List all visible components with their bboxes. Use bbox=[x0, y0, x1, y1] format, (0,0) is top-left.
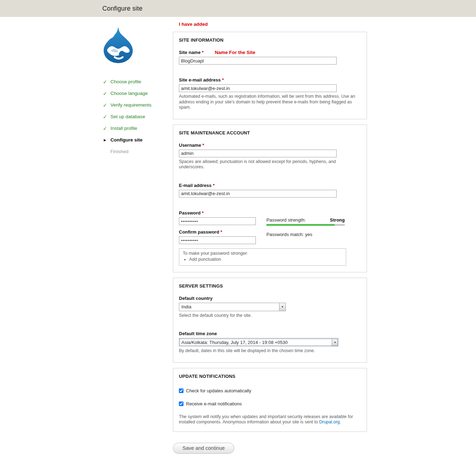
step-label: Install profile bbox=[110, 126, 137, 131]
check-icon: ✓ bbox=[102, 126, 108, 131]
password-strength-label: Password strength: bbox=[266, 217, 306, 223]
username-label: Username * bbox=[179, 143, 361, 148]
password-input[interactable] bbox=[179, 217, 256, 225]
confirm-password-label: Confirm password * bbox=[179, 229, 266, 235]
step-label: Finished bbox=[110, 149, 128, 154]
dropdown-arrow-icon[interactable]: ▼ bbox=[279, 303, 285, 311]
check-updates-checkbox[interactable] bbox=[179, 388, 183, 393]
update-notifications-heading: UPDATE NOTIFICATIONS bbox=[179, 374, 361, 379]
check-icon: ✓ bbox=[102, 102, 108, 108]
receive-email-label[interactable]: Receive e-mail notifications bbox=[186, 401, 242, 406]
admin-email-label: E-mail address * bbox=[179, 183, 361, 188]
required-marker: * bbox=[202, 50, 204, 55]
install-steps-list: ✓ Choose profile ✓ Choose language ✓ Ver… bbox=[102, 76, 173, 157]
step-label: Set up database bbox=[110, 114, 145, 119]
default-timezone-item: Default time zone Asia/Kolkata: Thursday… bbox=[179, 331, 361, 354]
site-information-heading: SITE INFORMATION bbox=[179, 37, 361, 43]
username-input[interactable] bbox=[179, 150, 337, 157]
default-timezone-select[interactable]: Asia/Kolkata: Thursday, July 17, 2014 - … bbox=[179, 338, 338, 346]
page-header: Configure site bbox=[0, 0, 476, 17]
default-country-select[interactable]: India ▼ bbox=[179, 303, 286, 311]
default-timezone-label: Default time zone bbox=[179, 331, 361, 336]
drupal-logo-icon bbox=[103, 26, 133, 63]
update-notifications-description: The system will notify you when updates … bbox=[179, 414, 361, 425]
default-timezone-description: By default, dates in this site will be d… bbox=[179, 348, 361, 354]
check-icon: ✓ bbox=[102, 91, 108, 96]
required-marker: * bbox=[203, 143, 204, 148]
step-set-up-database: ✓ Set up database bbox=[102, 111, 173, 122]
step-verify-requirements: ✓ Verify requirements bbox=[102, 99, 173, 111]
username-item: Username * Spaces are allowed; punctuati… bbox=[179, 143, 361, 170]
drupal-org-link[interactable]: Drupal.org bbox=[319, 419, 339, 424]
step-finished: Finished bbox=[102, 146, 173, 157]
password-strength-indicator: Password strength: Strong bbox=[266, 210, 345, 226]
configure-site-form: I have added SITE INFORMATION Site name … bbox=[173, 17, 367, 454]
site-maintenance-account-heading: SITE MAINTENANCE ACCOUNT bbox=[179, 130, 361, 135]
password-strength-bar-fill bbox=[266, 224, 335, 226]
site-email-input[interactable] bbox=[179, 84, 337, 92]
default-country-label: Default country bbox=[179, 296, 361, 301]
step-choose-language: ✓ Choose language bbox=[102, 87, 173, 99]
required-marker: * bbox=[222, 77, 224, 83]
password-suggestion-item: Add punctuation bbox=[189, 257, 342, 262]
admin-email-input[interactable] bbox=[179, 190, 337, 198]
step-configure-site: ▶ Configure site bbox=[102, 134, 173, 146]
update-notifications-fieldset: UPDATE NOTIFICATIONS Check for updates a… bbox=[173, 368, 367, 432]
current-step-arrow-icon: ▶ bbox=[102, 138, 108, 142]
installer-sidebar: ✓ Choose profile ✓ Choose language ✓ Ver… bbox=[102, 17, 173, 454]
check-updates-label[interactable]: Check for updates automatically bbox=[186, 388, 251, 393]
check-icon: ✓ bbox=[102, 114, 108, 120]
dropdown-arrow-icon[interactable]: ▼ bbox=[332, 338, 338, 346]
step-label: Choose profile bbox=[110, 79, 141, 84]
annotation-top-note: I have added bbox=[179, 22, 367, 27]
required-marker: * bbox=[202, 210, 204, 216]
username-description: Spaces are allowed; punctuation is not a… bbox=[179, 159, 361, 170]
server-settings-heading: SERVER SETTINGS bbox=[179, 283, 361, 289]
confirm-password-item: Confirm password * Passwords match: yes bbox=[179, 229, 361, 244]
site-name-item: Site name * Name For the Site bbox=[179, 50, 361, 65]
step-label: Verify requirements bbox=[110, 102, 151, 108]
required-marker: * bbox=[213, 183, 215, 188]
confirm-password-input[interactable] bbox=[179, 236, 256, 244]
receive-email-checkbox[interactable] bbox=[179, 401, 183, 406]
default-country-selected-value: India bbox=[179, 303, 279, 311]
password-suggestions-box: To make your password stronger: Add punc… bbox=[179, 248, 346, 266]
step-choose-profile: ✓ Choose profile bbox=[102, 76, 173, 87]
save-and-continue-button[interactable]: Save and continue bbox=[173, 443, 234, 454]
check-updates-item: Check for updates automatically bbox=[179, 388, 361, 393]
site-maintenance-account-fieldset: SITE MAINTENANCE ACCOUNT Username * Spac… bbox=[173, 125, 367, 272]
step-label: Choose language bbox=[110, 91, 148, 96]
check-icon: ✓ bbox=[102, 79, 108, 85]
default-timezone-selected-value: Asia/Kolkata: Thursday, July 17, 2014 - … bbox=[179, 338, 332, 346]
password-strength-bar bbox=[266, 224, 345, 226]
default-country-item: Default country India ▼ Select the defau… bbox=[179, 296, 361, 319]
site-email-label: Site e-mail address * bbox=[179, 77, 361, 83]
step-install-profile: ✓ Install profile bbox=[102, 122, 173, 134]
site-email-description: Automated e-mails, such as registration … bbox=[179, 94, 361, 110]
step-label: Configure site bbox=[110, 137, 143, 143]
site-information-fieldset: SITE INFORMATION Site name * Name For th… bbox=[173, 32, 367, 119]
password-suggestions-title: To make your password stronger: bbox=[183, 251, 342, 256]
receive-email-item: Receive e-mail notifications bbox=[179, 401, 361, 406]
default-country-description: Select the default country for the site. bbox=[179, 313, 361, 319]
password-label: Password * bbox=[179, 210, 266, 216]
required-marker: * bbox=[221, 229, 222, 235]
site-name-label: Site name * Name For the Site bbox=[179, 50, 361, 55]
password-strength-value: Strong bbox=[330, 217, 345, 223]
page-title: Configure site bbox=[102, 5, 143, 12]
annotation-site-name-note: Name For the Site bbox=[215, 50, 255, 55]
server-settings-fieldset: SERVER SETTINGS Default country India ▼ … bbox=[173, 278, 367, 363]
admin-email-item: E-mail address * bbox=[179, 183, 361, 198]
site-email-item: Site e-mail address * Automated e-mails,… bbox=[179, 77, 361, 110]
site-name-input[interactable] bbox=[179, 57, 337, 65]
passwords-match-status: Passwords match: yes bbox=[266, 232, 345, 237]
password-item: Password * Password strength: Strong bbox=[179, 210, 361, 226]
